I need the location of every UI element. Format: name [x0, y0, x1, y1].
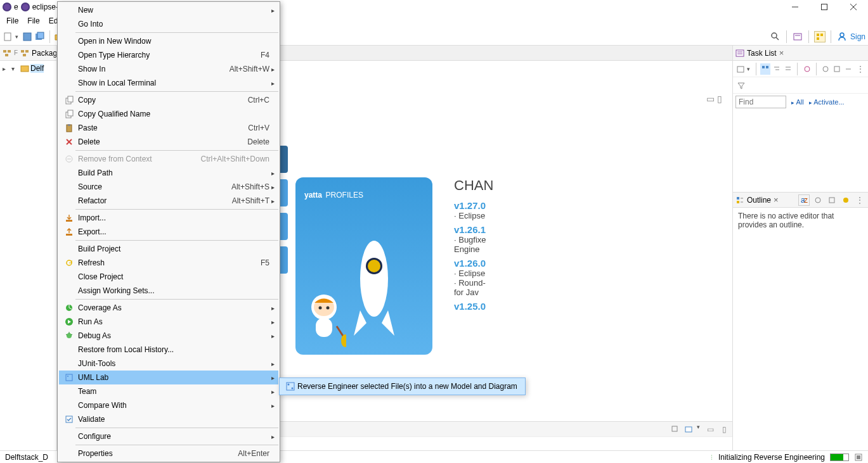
- activate-link[interactable]: Activate...: [809, 98, 845, 106]
- f1-icon[interactable]: [812, 194, 824, 206]
- minimize-button[interactable]: [781, 0, 810, 14]
- ctx-go-into[interactable]: Go Into: [59, 17, 278, 31]
- all-link[interactable]: All: [791, 98, 804, 106]
- close-icon[interactable]: ×: [779, 48, 784, 58]
- ctx-delete[interactable]: DeleteDelete: [59, 135, 278, 149]
- ctx-assign-working-sets-[interactable]: Assign Working Sets...: [59, 284, 278, 298]
- outline-tab[interactable]: Outline: [747, 196, 771, 205]
- ctx-source[interactable]: SourceAlt+Shift+S▸: [59, 180, 278, 194]
- chevron-down-icon[interactable]: ▾: [11, 65, 19, 72]
- ctx-copy-qualified-name[interactable]: Copy Qualified Name: [59, 107, 278, 121]
- new-task-icon[interactable]: [735, 63, 746, 75]
- remove-icon: [63, 155, 75, 163]
- chevron-right-icon: ▸: [271, 170, 275, 177]
- chevron-right-icon: ▸: [271, 360, 275, 367]
- ctx-refactor[interactable]: RefactorAlt+Shift+T▸: [59, 194, 278, 208]
- f2-icon[interactable]: [826, 194, 838, 206]
- svg-rect-79: [66, 234, 72, 236]
- task-icon[interactable]: [792, 31, 803, 42]
- ctx-team[interactable]: Team▸: [59, 384, 278, 398]
- astronaut-icon: [302, 291, 346, 348]
- svg-rect-14: [794, 34, 801, 40]
- ctx-refresh[interactable]: RefreshF5: [59, 256, 278, 270]
- min-icon[interactable]: ▭: [704, 424, 716, 435]
- save-all-icon[interactable]: [34, 31, 46, 42]
- chevron-right-icon[interactable]: ▸: [3, 65, 10, 72]
- menu-icon[interactable]: ⋮: [855, 63, 865, 75]
- close-icon[interactable]: ×: [774, 195, 779, 205]
- svg-rect-71: [68, 110, 73, 116]
- ctx-uml-lab[interactable]: UML Lab▸: [59, 371, 278, 384]
- save-icon[interactable]: [22, 31, 33, 42]
- ctx-coverage-as[interactable]: Coverage As▸: [59, 301, 278, 315]
- ctx-show-in[interactable]: Show InAlt+Shift+W▸: [59, 62, 278, 76]
- ctx-copy[interactable]: CopyCtrl+C: [59, 93, 278, 107]
- svg-rect-26: [21, 66, 29, 72]
- tree1-icon[interactable]: [772, 63, 782, 75]
- reverse-engineer-item[interactable]: Reverse Engineer selected File(s) into a…: [281, 379, 524, 393]
- close-button[interactable]: [839, 0, 868, 14]
- profiles-card[interactable]: yatta PROFILES: [295, 177, 432, 355]
- ctx-configure[interactable]: Configure▸: [59, 429, 278, 443]
- chevron-right-icon: ▸: [271, 388, 275, 395]
- menu-icon[interactable]: ⋮: [854, 194, 865, 206]
- ctx-debug-as[interactable]: Debug As▸: [59, 329, 278, 343]
- svg-rect-16: [817, 34, 819, 36]
- sign-label[interactable]: Sign: [850, 32, 865, 41]
- ctx-open-in-new-window[interactable]: Open in New Window: [59, 34, 278, 48]
- ctx-open-type-hierarchy[interactable]: Open Type HierarchyF4: [59, 48, 278, 62]
- progress-icon[interactable]: [854, 453, 863, 462]
- svg-rect-5: [23, 33, 31, 41]
- ctx-validate[interactable]: Validate: [59, 412, 278, 426]
- categorize-icon[interactable]: [760, 63, 770, 75]
- filter-icon[interactable]: [735, 80, 747, 91]
- hide-icon[interactable]: [843, 63, 853, 75]
- ctx-build-path[interactable]: Build Path▸: [59, 166, 278, 180]
- svg-rect-18: [817, 37, 819, 40]
- ctx-show-in-local-terminal[interactable]: Show in Local Terminal▸: [59, 76, 278, 90]
- f3-icon[interactable]: [840, 194, 852, 206]
- tree2-icon[interactable]: [783, 63, 793, 75]
- chevron-right-icon: ▸: [271, 80, 275, 87]
- check-icon: [63, 415, 75, 424]
- find-input[interactable]: [735, 96, 786, 108]
- ctx-run-as[interactable]: Run As▸: [59, 315, 278, 329]
- svg-rect-22: [5, 54, 8, 56]
- ctx-properties[interactable]: PropertiesAlt+Enter: [59, 447, 278, 460]
- ctx-paste[interactable]: PasteCtrl+V: [59, 121, 278, 135]
- menu-file[interactable]: File: [3, 15, 22, 27]
- svg-point-90: [288, 384, 290, 386]
- ctx-export-[interactable]: Export...: [59, 225, 278, 239]
- tree-item[interactable]: ▸ ▾ Delf: [3, 63, 54, 73]
- menu-file[interactable]: File: [23, 15, 43, 27]
- eclipse-icon: [21, 3, 30, 11]
- progress-bar: [830, 453, 849, 461]
- ctx-build-project[interactable]: Build Project: [59, 242, 278, 256]
- new-icon[interactable]: [3, 31, 14, 42]
- ctx-close-project[interactable]: Close Project: [59, 270, 278, 284]
- search-icon[interactable]: [770, 31, 781, 42]
- sort-icon[interactable]: az: [798, 194, 810, 206]
- svg-point-91: [292, 388, 294, 390]
- rocket-icon: [349, 234, 399, 348]
- chevron-right-icon: ▸: [271, 7, 275, 14]
- ctx-restore-from-local-history-[interactable]: Restore from Local History...: [59, 343, 278, 357]
- svg-point-32: [368, 260, 380, 272]
- ctx-junit-tools[interactable]: JUnit-Tools▸: [59, 357, 278, 371]
- focus-icon[interactable]: [801, 63, 812, 75]
- pin-icon[interactable]: [669, 424, 680, 435]
- task-list-tab[interactable]: Task List: [747, 49, 777, 58]
- ctx-import-[interactable]: Import...: [59, 211, 278, 225]
- svg-point-87: [67, 376, 68, 377]
- sync-icon[interactable]: [820, 63, 831, 75]
- persp-icon[interactable]: [814, 31, 826, 42]
- ctx-compare-with[interactable]: Compare With▸: [59, 398, 278, 412]
- ctx-new[interactable]: New▸: [59, 3, 278, 17]
- open-console-icon[interactable]: [683, 424, 694, 435]
- collapse-icon[interactable]: [832, 63, 842, 75]
- maximize-button[interactable]: [810, 0, 839, 14]
- user-icon[interactable]: [836, 31, 848, 42]
- svg-rect-21: [8, 50, 11, 53]
- package-explorer-tab[interactable]: Packag: [32, 49, 57, 58]
- max-icon[interactable]: ▯: [718, 424, 730, 435]
